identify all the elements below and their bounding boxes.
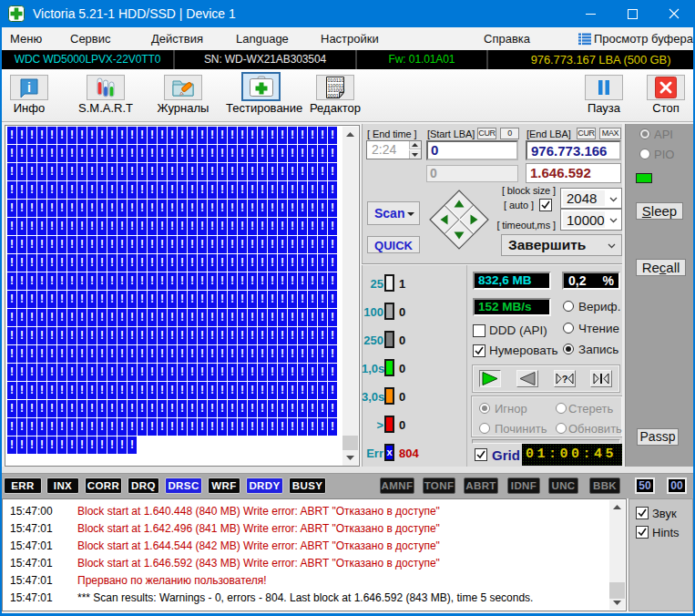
svg-text:?: ? xyxy=(562,374,568,385)
svg-text:0001: 0001 xyxy=(328,93,339,98)
svg-text:i: i xyxy=(27,80,31,95)
